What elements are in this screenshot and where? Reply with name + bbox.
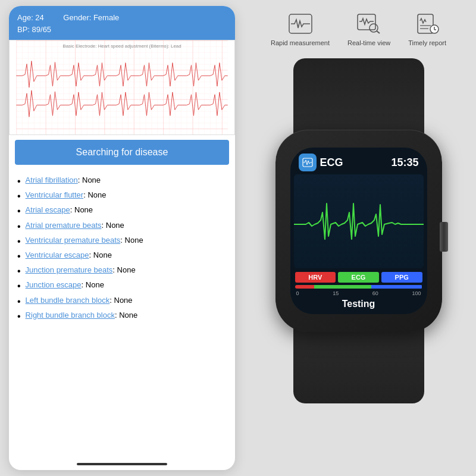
watch-top-bar: ECG 15:35 <box>290 148 427 174</box>
timely-report-label: Timely report <box>408 39 446 46</box>
watch-bottom-section: HRV ECG PPG 0 15 60 <box>290 268 427 314</box>
prog-label-0: 0 <box>296 290 299 296</box>
feature-realtime-view: Real-time view <box>347 12 390 46</box>
list-item: • Ventricular escape: None <box>17 250 227 262</box>
list-item: • Ventricular premature beats: None <box>17 236 227 247</box>
disease-name: Ventricular flutter: None <box>26 190 107 199</box>
bullet: • <box>17 250 21 262</box>
svg-text:Basic Electrode: Heart speed a: Basic Electrode: Heart speed adjustment … <box>62 43 181 49</box>
disease-name: Atrial escape: None <box>26 205 93 214</box>
main-container: Age: 24 Gender: Female BP: 89/65 <box>0 0 476 476</box>
list-item: • Junction premature beats: None <box>17 265 227 277</box>
disease-name: Junction escape: None <box>26 280 104 289</box>
prog-label-60: 60 <box>372 290 378 296</box>
prog-label-100: 100 <box>412 290 421 296</box>
disease-name: Atrial fibrillation: None <box>26 176 101 184</box>
bp-label: BP: 89/65 <box>17 24 227 36</box>
bullet: • <box>17 190 21 202</box>
search-disease-button[interactable]: Searching for disease <box>15 140 229 165</box>
disease-list: • Atrial fibrillation: None • Ventricula… <box>9 170 235 459</box>
badge-row: HRV ECG PPG <box>295 272 422 283</box>
svg-rect-5 <box>358 14 375 30</box>
bullet: • <box>17 205 21 217</box>
bullet: • <box>17 176 21 187</box>
phone-home-indicator <box>77 463 167 465</box>
ecg-chart: Basic Electrode: Heart speed adjustment … <box>9 40 235 135</box>
watch-screen: ECG 15:35 <box>290 148 427 314</box>
age-gender-line: Age: 24 Gender: Female <box>17 12 227 24</box>
bullet: • <box>17 221 21 232</box>
bullet: • <box>17 280 21 292</box>
ecg-icon <box>286 12 315 36</box>
disease-name: Right bundle branch block: None <box>26 311 138 320</box>
disease-name: Atrial premature beats: None <box>26 221 124 230</box>
bullet: • <box>17 311 21 322</box>
hrv-progress <box>295 285 314 289</box>
watch-ecg-label: ECG <box>320 156 343 169</box>
hrv-badge: HRV <box>295 272 336 283</box>
list-item: • Atrial premature beats: None <box>17 221 227 232</box>
disease-name: Left bundle branch block: None <box>26 296 133 305</box>
watch-status-label: Testing <box>295 299 422 309</box>
feature-timely-report: Timely report <box>408 12 446 46</box>
list-item: • Ventricular flutter: None <box>17 190 227 202</box>
phone-header: Age: 24 Gender: Female BP: 89/65 <box>9 6 235 40</box>
prog-label-15: 15 <box>333 290 339 296</box>
svg-rect-2 <box>16 40 228 134</box>
feature-rapid-measurement: Rapid measurement <box>271 12 330 46</box>
gender-label: Gender: Female <box>63 13 119 22</box>
watch-body: ECG 15:35 <box>275 130 442 332</box>
svg-point-6 <box>369 24 378 32</box>
disease-name: Ventricular escape: None <box>26 250 112 259</box>
progress-bar <box>295 285 422 289</box>
rapid-measurement-label: Rapid measurement <box>271 39 330 46</box>
realtime-view-label: Real-time view <box>347 39 390 46</box>
features-row: Rapid measurement Real-time view <box>271 12 446 46</box>
progress-labels: 0 15 60 100 <box>295 290 422 296</box>
ppg-progress <box>371 285 422 289</box>
list-item: • Right bundle branch block: None <box>17 311 227 322</box>
phone-panel: Age: 24 Gender: Female BP: 89/65 <box>9 6 235 470</box>
search-ecg-icon <box>355 12 383 36</box>
watch-time: 15:35 <box>391 156 418 169</box>
watch-wrapper: ECG 15:35 <box>267 58 451 403</box>
report-icon <box>413 12 441 36</box>
list-item: • Left bundle branch block: None <box>17 296 227 307</box>
watch-panel: Rapid measurement Real-time view <box>241 0 476 476</box>
bullet: • <box>17 265 21 277</box>
ecg-badge: ECG <box>338 272 379 283</box>
watch-app-info: ECG <box>299 154 343 171</box>
age-label: Age: 24 <box>17 13 44 22</box>
disease-name: Ventricular premature beats: None <box>26 236 143 245</box>
bullet: • <box>17 296 21 307</box>
bullet: • <box>17 236 21 247</box>
disease-name: Junction premature beats: None <box>26 265 136 274</box>
svg-line-7 <box>377 31 380 33</box>
watch-crown <box>440 222 448 252</box>
ecg-progress <box>314 285 371 289</box>
ppg-badge: PPG <box>381 272 422 283</box>
list-item: • Atrial fibrillation: None <box>17 176 227 187</box>
list-item: • Atrial escape: None <box>17 205 227 217</box>
watch-ecg-graph <box>294 174 424 268</box>
list-item: • Junction escape: None <box>17 280 227 292</box>
watch-app-icon <box>299 154 317 171</box>
search-button-label: Searching for disease <box>76 147 168 157</box>
